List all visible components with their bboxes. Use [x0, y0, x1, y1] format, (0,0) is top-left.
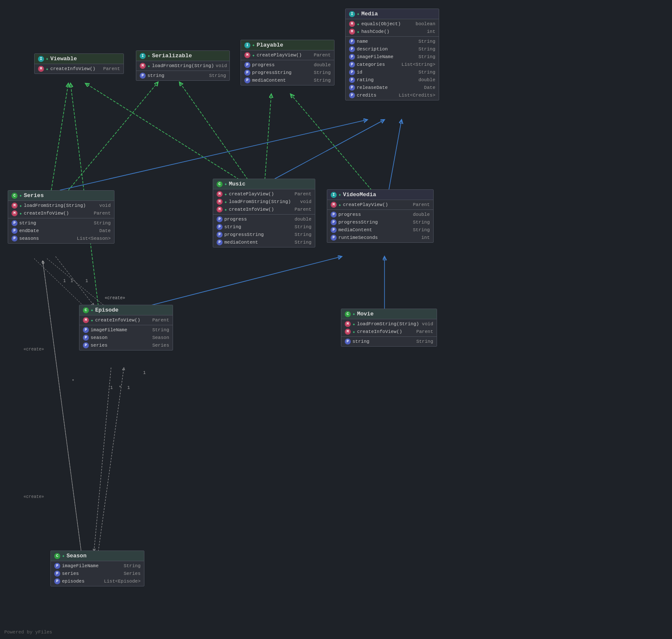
class-serializable: I ✦ Serializable M ✦ loadFromString(Stri…	[136, 50, 230, 81]
serializable-header: I ✦ Serializable	[136, 51, 229, 61]
svg-text:1: 1	[85, 279, 88, 283]
season-header: C ✦ Season	[51, 551, 144, 561]
class-episode: C ✦ Episode M ✦ createInfoView() Parent …	[79, 305, 173, 350]
svg-text:«create»: «create»	[23, 347, 44, 352]
class-media: I ✦ Media M ✦ equals(Object) boolean M ✦…	[345, 9, 439, 100]
series-body: M ✦ loadFromString(String) void M ✦ crea…	[8, 201, 114, 243]
svg-line-9	[265, 94, 271, 180]
media-header: I ✦ Media	[346, 9, 439, 19]
series-title: Series	[24, 192, 44, 199]
viewable-header: I ✦ Viewable	[35, 54, 123, 64]
svg-line-20	[94, 368, 111, 551]
footer: Powered by yFiles	[4, 630, 52, 635]
movie-body: M ✦ loadFromString(String) void M ✦ crea…	[341, 319, 437, 346]
music-title: Music	[229, 181, 246, 187]
footer-text: Powered by yFiles	[4, 630, 52, 635]
playable-header: I ✦ Playable	[241, 40, 334, 50]
series-header: C ✦ Series	[8, 191, 114, 201]
videomedia-title: VideoMedia	[343, 191, 376, 198]
svg-line-7	[85, 83, 239, 180]
serializable-body: M ✦ loadFromString(String) void P string…	[136, 61, 229, 80]
svg-text:«create»: «create»	[105, 296, 125, 300]
svg-line-23	[47, 259, 107, 308]
class-series: C ✦ Series M ✦ loadFromString(String) vo…	[8, 190, 114, 244]
media-body: M ✦ equals(Object) boolean M ✦ hashCode(…	[346, 19, 439, 100]
class-viewable: I ✦ Viewable M ✦ createInfoView() Parent	[34, 53, 124, 74]
class-playable: I ✦ Playable M ✦ createPlayView() Parent…	[241, 40, 335, 85]
svg-line-19	[43, 261, 81, 551]
videomedia-body: M ✦ createPlayView() Parent P progress d…	[327, 200, 433, 242]
media-title: Media	[361, 11, 378, 17]
music-header: C ✦ Music	[213, 179, 315, 189]
svg-text:*: *	[119, 386, 121, 390]
svg-line-16	[150, 256, 342, 306]
svg-text:1: 1	[127, 386, 130, 390]
svg-line-22	[34, 259, 85, 308]
diagram-canvas: 1 1 1 1 «create» «create» «create» * 1 *…	[0, 0, 672, 639]
serializable-title: Serializable	[152, 53, 192, 59]
videomedia-header: I ✦ VideoMedia	[327, 190, 433, 200]
svg-text:1: 1	[70, 279, 73, 283]
playable-title: Playable	[257, 42, 283, 48]
movie-title: Movie	[357, 311, 374, 317]
svg-line-13	[273, 120, 384, 180]
svg-line-6	[68, 82, 158, 190]
music-body: M ✦ createPlayView() Parent M ✦ loadFrom…	[213, 189, 315, 247]
svg-text:1: 1	[110, 386, 113, 390]
class-season: C ✦ Season P imageFileName String P seri…	[50, 551, 144, 586]
svg-text:1: 1	[63, 279, 66, 283]
movie-header: C ✦ Movie	[341, 309, 437, 319]
season-title: Season	[67, 553, 87, 559]
playable-body: M ✦ createPlayView() Parent P progress d…	[241, 50, 334, 85]
viewable-body: M ✦ createInfoView() Parent	[35, 64, 123, 74]
class-movie: C ✦ Movie M ✦ loadFromString(String) voi…	[341, 309, 437, 347]
serializable-row-2: P string String	[136, 72, 229, 80]
viewable-row-1: M ✦ createInfoView() Parent	[35, 65, 123, 73]
svg-line-21	[56, 256, 94, 306]
svg-line-8	[179, 82, 248, 180]
svg-line-10	[291, 94, 372, 190]
viewable-title: Viewable	[50, 56, 77, 62]
svg-line-18	[98, 368, 124, 551]
episode-title: Episode	[95, 307, 119, 313]
svg-text:*: *	[72, 379, 74, 384]
svg-text:«create»: «create»	[23, 495, 44, 499]
class-videomedia: I ✦ VideoMedia M ✦ createPlayView() Pare…	[327, 189, 434, 243]
svg-line-5	[51, 83, 68, 190]
svg-line-17	[43, 261, 81, 551]
serializable-row-1: M ✦ loadFromString(String) void	[136, 62, 229, 70]
episode-body: M ✦ createInfoView() Parent P imageFileN…	[79, 315, 173, 350]
svg-text:1: 1	[143, 371, 146, 375]
viewable-badge: I	[38, 56, 44, 62]
season-body: P imageFileName String P series Series P…	[51, 561, 144, 586]
class-music: C ✦ Music M ✦ createPlayView() Parent M …	[213, 179, 315, 247]
episode-header: C ✦ Episode	[79, 305, 173, 315]
svg-line-14	[389, 120, 402, 190]
